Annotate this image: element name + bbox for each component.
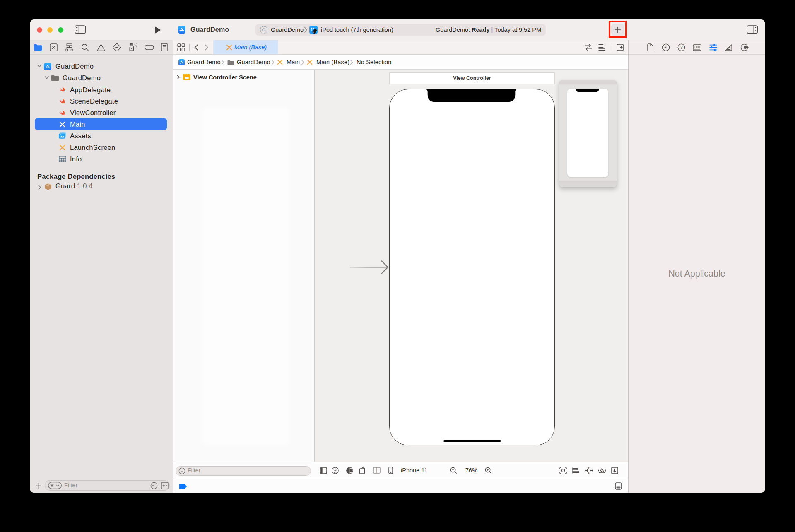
svg-text:?: ? [680, 45, 682, 50]
